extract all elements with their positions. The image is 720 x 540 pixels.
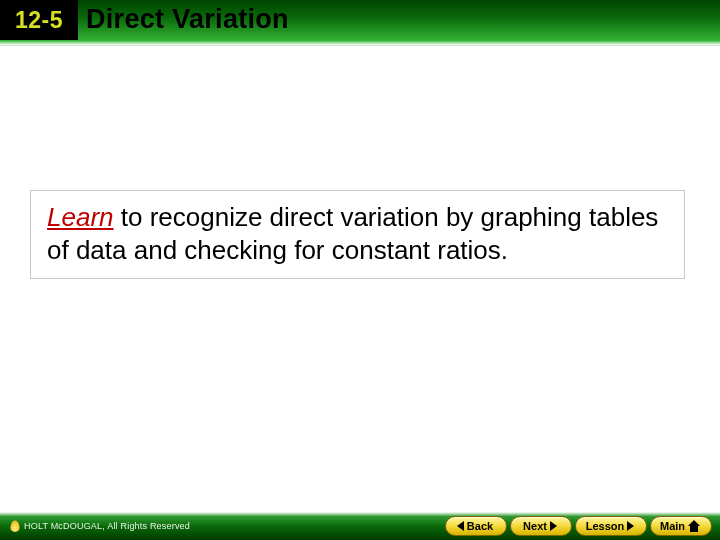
main-button[interactable]: Main [650,516,712,536]
main-button-label: Main [660,520,685,532]
lesson-button-label: Lesson [586,520,625,532]
copyright: HOLT McDOUGAL, All Rights Reserved [10,520,190,532]
slide-title: Direct Variation [86,4,289,35]
back-button[interactable]: Back [445,516,507,536]
nav-button-group: Back Next Lesson Main [445,516,712,536]
chevron-left-icon [457,521,464,531]
back-button-label: Back [467,520,493,532]
chevron-right-icon [550,521,557,531]
copyright-text: HOLT McDOUGAL, All Rights Reserved [24,521,190,531]
section-number: 12-5 [15,7,63,34]
next-button-label: Next [523,520,547,532]
chevron-right-icon [627,521,634,531]
slide: 12-5 Direct Variation Learn to recognize… [0,0,720,540]
next-button[interactable]: Next [510,516,572,536]
section-number-badge: 12-5 [0,0,78,40]
home-icon [688,520,700,532]
objective-body: to recognize direct variation by graphin… [47,202,658,265]
learn-keyword: Learn [47,202,114,232]
learning-objective-text: Learn to recognize direct variation by g… [47,201,668,266]
learning-objective-box: Learn to recognize direct variation by g… [30,190,685,279]
lesson-button[interactable]: Lesson [575,516,647,536]
publisher-logo-icon [10,520,20,532]
slide-header: 12-5 Direct Variation [0,0,720,46]
slide-footer: HOLT McDOUGAL, All Rights Reserved Back … [0,512,720,540]
